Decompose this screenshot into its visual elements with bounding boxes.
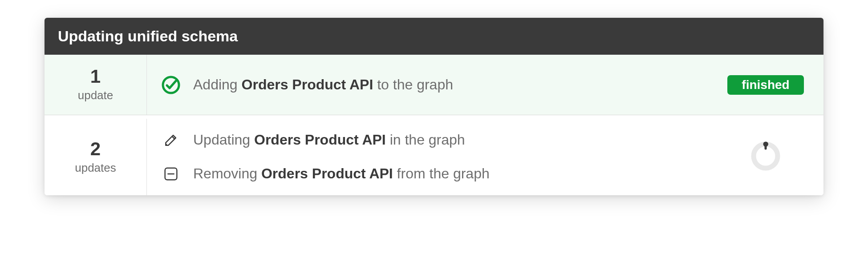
update-count-label: update <box>78 89 114 102</box>
update-row: 2 updates Updating Orders Product API in… <box>45 119 823 195</box>
status-cell: finished <box>708 55 823 115</box>
update-count-label: updates <box>75 161 116 175</box>
update-row: 1 update Adding Orders Product API to th… <box>45 55 823 115</box>
pencil-icon <box>160 129 182 151</box>
task-text: Updating Orders Product API in the graph <box>193 131 465 149</box>
task-suffix: from the graph <box>393 165 490 181</box>
tasks-cell: Updating Orders Product API in the graph… <box>147 119 708 195</box>
check-circle-icon <box>160 74 182 96</box>
tasks-cell: Adding Orders Product API to the graph <box>147 55 708 115</box>
update-count-cell: 2 updates <box>45 119 147 195</box>
schema-update-panel: Updating unified schema 1 update Adding … <box>45 18 823 195</box>
task-line: Adding Orders Product API to the graph <box>160 74 694 96</box>
task-subject: Orders Product API <box>254 132 386 148</box>
update-count: 2 <box>90 140 101 158</box>
task-prefix: Adding <box>193 77 242 93</box>
task-line: Removing Orders Product API from the gra… <box>160 163 694 185</box>
minus-square-icon <box>160 163 182 185</box>
task-text: Adding Orders Product API to the graph <box>193 76 453 94</box>
task-suffix: to the graph <box>373 77 453 93</box>
task-subject: Orders Product API <box>242 77 373 93</box>
update-count: 1 <box>90 67 101 86</box>
task-prefix: Updating <box>193 132 254 148</box>
task-suffix: in the graph <box>386 132 465 148</box>
task-prefix: Removing <box>193 165 261 181</box>
task-line: Updating Orders Product API in the graph <box>160 129 694 151</box>
task-subject: Orders Product API <box>261 165 393 181</box>
update-count-cell: 1 update <box>45 55 147 115</box>
spinner-icon <box>750 141 781 173</box>
task-text: Removing Orders Product API from the gra… <box>193 165 490 183</box>
status-badge-finished: finished <box>727 75 803 95</box>
status-cell <box>708 119 823 195</box>
panel-title: Updating unified schema <box>45 18 823 55</box>
